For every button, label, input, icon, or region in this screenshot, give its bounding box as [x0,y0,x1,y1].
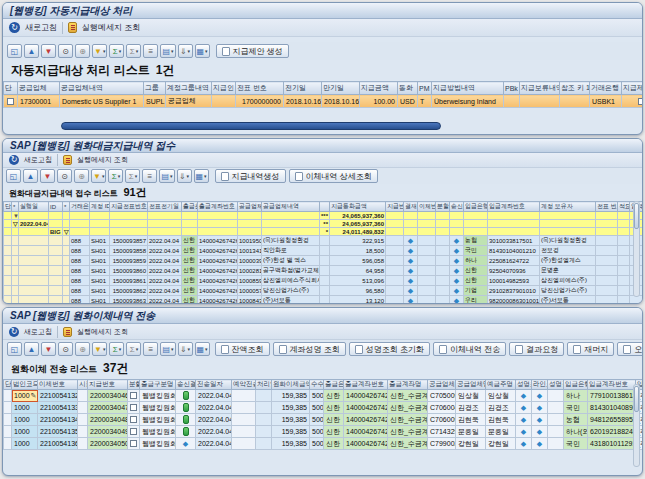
cell[interactable]: 신한_수금계좌 [388,390,428,402]
cell[interactable]: SH01 [90,276,110,286]
cell[interactable] [540,228,596,236]
cell[interactable]: 국민 [564,402,588,414]
col-header[interactable]: 출금계좌명 [388,380,428,390]
cell[interactable]: ◆ [450,266,464,276]
subtotal-icon[interactable]: Σ▾ [125,169,140,183]
views-icon[interactable]: ▦▾ [195,342,210,356]
cell[interactable] [19,276,49,286]
cell[interactable]: SH01 [90,236,110,246]
col-header[interactable]: 이체번호 [418,202,436,212]
cell[interactable]: 2022.04.04 [148,236,182,246]
cell[interactable] [450,212,464,220]
cell[interactable] [596,296,618,305]
cell[interactable]: 신한 [464,266,488,276]
col-header[interactable]: 계정 보유자 [540,202,596,212]
cell[interactable]: 18,500 [330,246,386,256]
cell[interactable]: 088 [70,286,90,296]
cell[interactable] [418,246,436,256]
cell[interactable]: 1000✎ [12,390,38,402]
col-header[interactable]: 지급인 [212,82,236,95]
cell[interactable]: ◆ [516,438,532,450]
col-header[interactable]: 지급번호 [386,202,404,212]
cell[interactable]: C706009 [428,414,456,426]
cell[interactable] [320,286,330,296]
cell[interactable]: (주)서보통 [540,296,596,305]
col-header[interactable]: 송신결과 [176,380,196,390]
re-merge-button[interactable]: 재머지 [567,342,614,356]
cell[interactable] [436,276,450,286]
cell[interactable] [110,220,148,228]
cell[interactable] [320,256,330,266]
checkbox-icon[interactable] [130,440,137,447]
col-header[interactable]: 그룹 [144,82,166,95]
vertical-scrollbar[interactable] [633,384,640,467]
cell[interactable]: 1000039 [238,256,262,266]
views-icon[interactable]: ▦▾ [194,169,209,183]
checkbox-icon[interactable] [130,416,137,423]
cell[interactable]: SUPL [144,95,166,108]
cell[interactable] [386,212,404,220]
cell[interactable]: 하나 [464,256,488,266]
cell[interactable]: 김현욱 [486,414,516,426]
cell[interactable] [19,246,49,256]
cell[interactable] [232,426,256,438]
cell[interactable] [418,236,436,246]
cell[interactable] [49,296,63,305]
cell[interactable] [436,246,450,256]
cell[interactable]: ◆ [532,426,548,438]
cell[interactable]: 13,120 [330,296,386,305]
col-header[interactable]: 법인코드 [12,380,38,390]
cell[interactable] [198,212,238,220]
set-filter-icon[interactable]: ▼▾ [92,44,107,58]
cell[interactable]: SH01 [90,256,110,266]
cell[interactable]: 기업 [464,286,488,296]
sum-icon[interactable]: Σ▾ [108,169,123,183]
cell[interactable] [212,95,236,108]
col-header[interactable]: PM [418,82,432,95]
cell[interactable]: 140004267426 [198,296,238,305]
cell[interactable]: 77910013861807 [588,390,636,402]
cell[interactable] [320,296,330,305]
cell[interactable]: 우리 [464,296,488,305]
cell[interactable]: 2018.10.16 [284,95,322,108]
cell[interactable] [238,212,262,220]
cell[interactable] [238,228,262,236]
cell[interactable] [596,236,618,246]
cell[interactable] [4,236,12,246]
cell[interactable]: 140004267426 [198,266,238,276]
cell[interactable] [418,286,436,296]
table-row[interactable]: 100022100541352200034049웹뱅킹원화2022.04.041… [4,426,643,438]
cell[interactable] [176,390,196,402]
col-header[interactable]: 지급번호 [88,380,128,390]
cell[interactable]: 당진산업가스(주) [540,286,596,296]
cell[interactable] [4,438,12,450]
cell[interactable]: 2200034048 [88,414,128,426]
cell[interactable] [386,296,404,305]
cell[interactable]: 2022.04.04 [148,296,182,305]
cell[interactable]: 신한_수금계좌 [388,438,428,450]
col-header[interactable]: 수수료 [310,380,324,390]
col-header[interactable]: 전표 번호 [236,82,284,95]
cell[interactable]: C706004 [428,402,456,414]
cell[interactable]: (주)한성 밸 엑스 [262,256,320,266]
col-header[interactable]: 입금은행명 [464,202,488,212]
cell[interactable] [618,266,630,276]
cell[interactable] [49,266,63,276]
sum-icon[interactable]: Σ▾ [109,342,124,356]
cell[interactable] [404,220,418,228]
col-header[interactable]: 적요 [618,202,630,212]
cell[interactable] [596,286,618,296]
cell[interactable]: 500 [310,402,324,414]
col-header[interactable]: ID [49,202,63,212]
cell[interactable] [4,402,12,414]
cell[interactable]: C705009 [428,390,456,402]
cell[interactable]: 신한 [182,296,198,305]
cell[interactable] [596,212,618,220]
cell[interactable]: ◆ [516,426,532,438]
cell[interactable] [90,220,110,228]
cell[interactable]: 2200034050 [88,438,128,450]
cell[interactable]: C799002 [428,438,456,450]
cell[interactable]: 2022.04.04 [148,276,182,286]
col-header[interactable]: 출금은행 [324,380,344,390]
cell[interactable] [19,266,49,276]
